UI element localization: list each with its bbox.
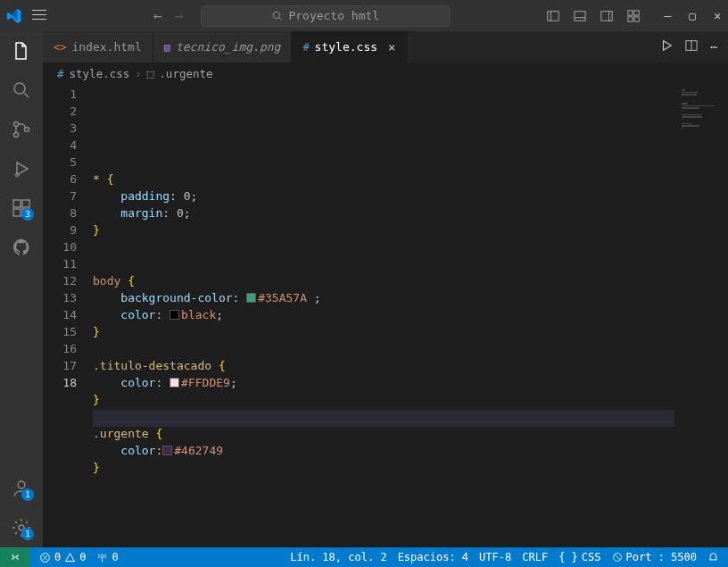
chevron-right-icon: › xyxy=(135,67,142,80)
editor-tabs: <> index.html ▨ tecnico_img.png # style.… xyxy=(43,31,728,63)
svg-rect-19 xyxy=(22,200,29,207)
svg-rect-11 xyxy=(633,16,638,21)
explorer-tab[interactable] xyxy=(11,40,32,62)
line-number-gutter: 123456789101112131415161718 xyxy=(43,84,93,547)
run-file-button[interactable] xyxy=(660,39,673,54)
breadcrumbs[interactable]: # style.css › ⬚ .urgente xyxy=(43,63,728,84)
tab-label: style.css xyxy=(315,40,377,54)
close-tab-button[interactable]: × xyxy=(388,40,395,54)
activity-bar: 3 1 1 xyxy=(0,31,43,547)
html-file-icon: <> xyxy=(54,41,66,54)
svg-rect-9 xyxy=(633,10,638,14)
svg-rect-8 xyxy=(627,10,632,14)
manage-badge: 1 xyxy=(21,528,34,540)
svg-point-12 xyxy=(14,83,25,94)
run-debug-tab[interactable] xyxy=(11,158,32,179)
svg-rect-6 xyxy=(600,11,611,21)
breadcrumb-file[interactable]: style.css xyxy=(70,67,130,80)
svg-line-13 xyxy=(24,93,29,97)
tab-label: tecnico_img.png xyxy=(176,40,280,54)
search-placeholder: Proyecto hmtl xyxy=(288,9,379,22)
source-control-tab[interactable] xyxy=(11,119,32,140)
split-editor-button[interactable] xyxy=(685,39,698,54)
css-file-icon: # xyxy=(57,67,64,80)
layout-customize-icon[interactable] xyxy=(627,10,640,22)
svg-line-1 xyxy=(279,17,282,20)
search-tab[interactable] xyxy=(11,79,32,101)
svg-rect-2 xyxy=(547,11,558,21)
image-file-icon: ▨ xyxy=(164,41,170,54)
warning-icon xyxy=(64,552,76,563)
remote-button[interactable] xyxy=(0,547,30,567)
hamburger-menu-icon[interactable] xyxy=(32,14,46,17)
status-bar: 0 0 0 Lín. 18, col. 2 Espacios: 4 UTF-8 … xyxy=(0,547,728,567)
svg-point-15 xyxy=(14,133,19,138)
svg-rect-10 xyxy=(627,16,632,21)
problems-button[interactable]: 0 0 xyxy=(39,551,86,563)
window-minimize-button[interactable]: — xyxy=(665,9,672,22)
editor-body[interactable]: 123456789101112131415161718 * { padding:… xyxy=(43,84,728,547)
extensions-badge: 3 xyxy=(21,208,34,221)
live-server-button[interactable]: Port : 5500 xyxy=(612,551,697,563)
cursor-position[interactable]: Lín. 18, col. 2 xyxy=(290,551,386,563)
svg-line-31 xyxy=(615,554,620,560)
window-maximize-button[interactable]: ▢ xyxy=(689,9,696,22)
accounts-badge: 1 xyxy=(21,488,34,501)
nav-forward-button[interactable]: → xyxy=(175,7,184,24)
nav-back-button[interactable]: ← xyxy=(153,7,162,24)
svg-point-14 xyxy=(14,122,19,127)
svg-point-29 xyxy=(101,554,103,557)
window-close-button[interactable]: ✕ xyxy=(714,9,721,22)
extensions-tab[interactable]: 3 xyxy=(11,197,32,219)
tab-index-html[interactable]: <> index.html xyxy=(43,31,153,63)
minimap[interactable] xyxy=(674,84,728,547)
layout-panel-left-icon[interactable] xyxy=(547,10,559,22)
titlebar: ← → Proyecto hmtl — ▢ ✕ xyxy=(0,0,728,31)
braces-icon: { } xyxy=(558,551,578,563)
layout-panel-bottom-icon[interactable] xyxy=(574,10,586,22)
svg-point-22 xyxy=(18,481,25,488)
indentation-button[interactable]: Espacios: 4 xyxy=(398,551,468,563)
code-content[interactable]: * { padding: 0; margin: 0;} body { backg… xyxy=(93,84,674,547)
broadcast-icon xyxy=(612,552,623,563)
svg-rect-4 xyxy=(574,11,584,21)
tab-label: index.html xyxy=(71,40,141,54)
more-actions-button[interactable]: ⋯ xyxy=(710,40,717,54)
command-center-search[interactable]: Proyecto hmtl xyxy=(201,5,451,27)
tab-tecnico-img[interactable]: ▨ tecnico_img.png xyxy=(153,31,293,63)
ports-button[interactable]: 0 xyxy=(96,551,118,563)
accounts-button[interactable]: 1 xyxy=(11,478,32,499)
symbol-class-icon: ⬚ xyxy=(147,67,154,80)
language-mode-button[interactable]: { } CSS xyxy=(558,551,600,563)
svg-rect-18 xyxy=(13,200,21,207)
layout-panel-right-icon[interactable] xyxy=(600,10,613,22)
radio-tower-icon xyxy=(96,552,108,563)
svg-point-16 xyxy=(25,128,29,132)
encoding-button[interactable]: UTF-8 xyxy=(479,551,511,563)
error-icon xyxy=(39,552,51,563)
eol-button[interactable]: CRLF xyxy=(522,551,548,563)
github-tab[interactable] xyxy=(11,237,32,258)
manage-button[interactable]: 1 xyxy=(11,517,32,538)
notifications-button[interactable] xyxy=(707,552,719,563)
svg-rect-20 xyxy=(13,209,21,216)
tab-style-css[interactable]: # style.css × xyxy=(292,31,407,63)
vscode-logo-icon xyxy=(7,9,21,23)
search-icon xyxy=(272,11,283,21)
breadcrumb-symbol[interactable]: .urgente xyxy=(159,67,212,80)
bell-icon xyxy=(707,552,719,563)
css-file-icon: # xyxy=(302,41,309,54)
